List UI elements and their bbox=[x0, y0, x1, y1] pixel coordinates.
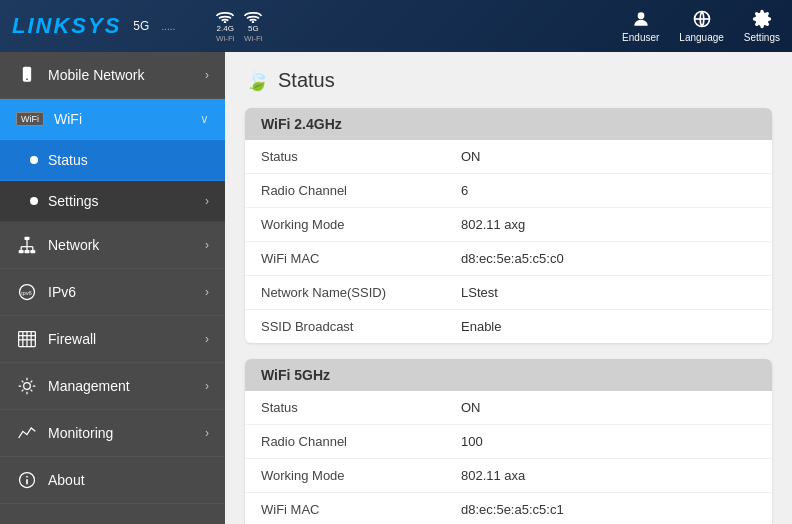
sidebar-ipv6-label: IPv6 bbox=[48, 284, 76, 300]
wifi-24ghz-row-3: WiFi MACd8:ec:5e:a5:c5:c0 bbox=[245, 242, 772, 276]
logo-text: LINKSYS bbox=[12, 13, 121, 39]
enduser-button[interactable]: Enduser bbox=[622, 9, 659, 43]
management-svg bbox=[17, 376, 37, 396]
row-value: Enable bbox=[461, 319, 501, 334]
svg-rect-8 bbox=[25, 250, 30, 253]
network-icon bbox=[16, 234, 38, 256]
sidebar-item-mobile-network[interactable]: Mobile Network › bbox=[0, 52, 225, 99]
page-header-icon: 🍃 bbox=[245, 68, 270, 92]
arrow-settings-sub: › bbox=[205, 194, 209, 208]
row-label: WiFi MAC bbox=[261, 502, 461, 517]
wifi-24ghz-card-header: WiFi 2.4GHz bbox=[245, 108, 772, 140]
firewall-icon bbox=[16, 328, 38, 350]
row-label: Working Mode bbox=[261, 217, 461, 232]
header-actions: Enduser Language Settings bbox=[622, 9, 780, 43]
wifi-24ghz-row-5: SSID BroadcastEnable bbox=[245, 310, 772, 343]
row-label: Radio Channel bbox=[261, 183, 461, 198]
sidebar-item-monitoring[interactable]: Monitoring › bbox=[0, 410, 225, 457]
sidebar-item-firewall[interactable]: Firewall › bbox=[0, 316, 225, 363]
chevron-firewall: › bbox=[205, 332, 209, 346]
svg-point-5 bbox=[26, 78, 28, 80]
wifi-24ghz-row-4: Network Name(SSID)LStest bbox=[245, 276, 772, 310]
row-label: WiFi MAC bbox=[261, 251, 461, 266]
ipv6-svg: ipv6 bbox=[17, 282, 37, 302]
sidebar-item-ipv6[interactable]: ipv6 IPv6 › bbox=[0, 269, 225, 316]
sidebar-item-about[interactable]: About bbox=[0, 457, 225, 504]
row-value: 802.11 axg bbox=[461, 217, 525, 232]
row-label: Network Name(SSID) bbox=[261, 285, 461, 300]
chevron-ipv6: › bbox=[205, 285, 209, 299]
about-icon bbox=[16, 469, 38, 491]
chevron-monitoring: › bbox=[205, 426, 209, 440]
status-bullet bbox=[30, 156, 38, 164]
wifi-24g-icon bbox=[215, 9, 235, 23]
sidebar-item-settings-sub[interactable]: Settings › bbox=[0, 181, 225, 222]
row-value: d8:ec:5e:a5:c5:c1 bbox=[461, 502, 564, 517]
row-label: SSID Broadcast bbox=[261, 319, 461, 334]
wifi-5ghz-card: WiFi 5GHz StatusONRadio Channel100Workin… bbox=[245, 359, 772, 524]
about-svg bbox=[17, 470, 37, 490]
wifi-5ghz-card-header: WiFi 5GHz bbox=[245, 359, 772, 391]
chevron-management: › bbox=[205, 379, 209, 393]
band-label: 5G bbox=[133, 19, 149, 33]
settings-button[interactable]: Settings bbox=[744, 9, 780, 43]
svg-point-0 bbox=[224, 21, 227, 23]
wifi-24ghz-rows: StatusONRadio Channel6Working Mode802.11… bbox=[245, 140, 772, 343]
svg-point-1 bbox=[252, 21, 255, 23]
row-label: Radio Channel bbox=[261, 434, 461, 449]
svg-point-26 bbox=[26, 476, 28, 478]
sidebar-firewall-label: Firewall bbox=[48, 331, 96, 347]
sidebar-item-status[interactable]: Status bbox=[0, 140, 225, 181]
chevron-network: › bbox=[205, 238, 209, 252]
wifi-24ghz-row-2: Working Mode802.11 axg bbox=[245, 208, 772, 242]
logo-area: LINKSYS 5G ..... bbox=[12, 13, 175, 39]
page-title: Status bbox=[278, 69, 335, 92]
firewall-svg bbox=[17, 329, 37, 349]
wifi-5ghz-row-2: Working Mode802.11 axa bbox=[245, 459, 772, 493]
content-area: 🍃 Status WiFi 2.4GHz StatusONRadio Chann… bbox=[225, 52, 792, 524]
sidebar-management-label: Management bbox=[48, 378, 130, 394]
ipv6-icon: ipv6 bbox=[16, 281, 38, 303]
sidebar-item-wifi[interactable]: WiFi WiFi ∨ bbox=[0, 99, 225, 140]
sidebar-item-management[interactable]: Management › bbox=[0, 363, 225, 410]
header: LINKSYS 5G ..... 2.4G Wi-Fi 5G Wi-Fi bbox=[0, 0, 792, 52]
gear-icon bbox=[752, 9, 772, 29]
row-value: 802.11 axa bbox=[461, 468, 525, 483]
svg-text:ipv6: ipv6 bbox=[21, 290, 32, 296]
user-icon bbox=[631, 9, 651, 29]
network-svg bbox=[17, 235, 37, 255]
chevron-mobile-network: › bbox=[205, 68, 209, 82]
wifi-5g-icon bbox=[243, 9, 263, 23]
monitoring-icon bbox=[16, 422, 38, 444]
wifi-5ghz-row-1: Radio Channel100 bbox=[245, 425, 772, 459]
sidebar-monitoring-label: Monitoring bbox=[48, 425, 113, 441]
wifi-badge: WiFi bbox=[16, 112, 44, 126]
row-label: Status bbox=[261, 400, 461, 415]
wifi-5g-label: 5G bbox=[248, 24, 259, 33]
signal-dots: ..... bbox=[161, 21, 175, 32]
page-header: 🍃 Status bbox=[245, 68, 772, 92]
management-icon bbox=[16, 375, 38, 397]
sidebar-network-label: Network bbox=[48, 237, 99, 253]
row-label: Status bbox=[261, 149, 461, 164]
sidebar-status-label: Status bbox=[48, 152, 88, 168]
sidebar-item-network[interactable]: Network › bbox=[0, 222, 225, 269]
row-value: 6 bbox=[461, 183, 468, 198]
wifi-24ghz-row-0: StatusON bbox=[245, 140, 772, 174]
sidebar-wifi-label: WiFi bbox=[54, 111, 82, 127]
svg-rect-7 bbox=[19, 250, 24, 253]
wifi-24ghz-card: WiFi 2.4GHz StatusONRadio Channel6Workin… bbox=[245, 108, 772, 343]
mobile-network-icon bbox=[16, 64, 38, 86]
svg-rect-9 bbox=[30, 250, 35, 253]
language-icon bbox=[692, 9, 712, 29]
sidebar-settings-sub-label: Settings bbox=[48, 193, 99, 209]
svg-rect-6 bbox=[25, 237, 30, 240]
wifi-24g-icon-block: 2.4G Wi-Fi bbox=[215, 9, 235, 43]
wifi-5ghz-row-0: StatusON bbox=[245, 391, 772, 425]
settings-sub-bullet bbox=[30, 197, 38, 205]
wifi-5g-sub: Wi-Fi bbox=[244, 34, 263, 43]
sidebar-wifi-sub: Status Settings › bbox=[0, 140, 225, 222]
svg-point-23 bbox=[24, 383, 31, 390]
language-button[interactable]: Language bbox=[679, 9, 724, 43]
wifi-5g-icon-block: 5G Wi-Fi bbox=[243, 9, 263, 43]
